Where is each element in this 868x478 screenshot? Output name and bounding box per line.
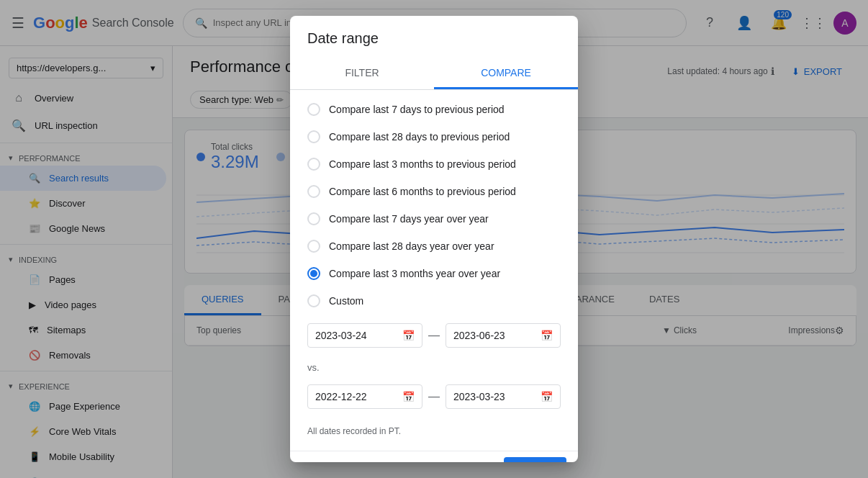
calendar-icon: 📅 xyxy=(402,330,415,341)
option-last6mprev-label: Compare last 6 months to previous period xyxy=(329,186,516,197)
end-date-field[interactable]: 2023-06-23 📅 xyxy=(446,323,561,348)
radio-last28yoy xyxy=(307,240,320,253)
radio-last7prev xyxy=(307,103,320,116)
option-last28prev[interactable]: Compare last 28 days to previous period xyxy=(290,123,578,150)
vs-end-date-field[interactable]: 2023-03-23 📅 xyxy=(446,384,561,409)
modal-tabs: FILTER COMPARE xyxy=(290,58,578,90)
date-separator: — xyxy=(428,329,440,342)
vs-date-row: 2022-12-22 📅 — 2023-03-23 📅 xyxy=(307,384,561,409)
vs-label: vs. xyxy=(290,359,578,376)
option-last6mprev[interactable]: Compare last 6 months to previous period xyxy=(290,178,578,205)
date-range-vs: 2022-12-22 📅 — 2023-03-23 📅 xyxy=(290,376,578,420)
option-last3mprev[interactable]: Compare last 3 months to previous period xyxy=(290,150,578,178)
radio-last28prev xyxy=(307,130,320,143)
modal-title: Date range xyxy=(290,16,578,58)
date-separator-vs: — xyxy=(428,390,440,403)
cancel-button[interactable]: CANCEL xyxy=(427,457,499,462)
modal-tab-compare[interactable]: COMPARE xyxy=(434,58,578,89)
option-last3mprev-label: Compare last 3 months to previous period xyxy=(329,158,516,170)
option-last3myoy[interactable]: Compare last 3 months year over year xyxy=(290,260,578,287)
radio-last3myoy xyxy=(307,267,320,280)
vs-end-date-value: 2023-03-23 xyxy=(453,391,505,402)
option-custom[interactable]: Custom xyxy=(290,287,578,315)
date-range-primary: 2023-03-24 📅 — 2023-06-23 📅 xyxy=(290,315,578,359)
option-last7prev-label: Compare last 7 days to previous period xyxy=(329,104,505,115)
modal-overlay: Date range FILTER COMPARE Compare last 7… xyxy=(0,0,868,478)
modal-body: Compare last 7 days to previous period C… xyxy=(290,90,578,451)
dates-note: All dates recorded in PT. xyxy=(290,420,578,445)
option-last7yoy-label: Compare last 7 days year over year xyxy=(329,213,489,225)
radio-custom xyxy=(307,294,320,307)
option-last28yoy-label: Compare last 28 days year over year xyxy=(329,240,494,252)
option-last28yoy[interactable]: Compare last 28 days year over year xyxy=(290,233,578,260)
modal-actions: CANCEL APPLY xyxy=(290,451,578,462)
option-last7yoy[interactable]: Compare last 7 days year over year xyxy=(290,205,578,233)
calendar-icon-4: 📅 xyxy=(541,391,553,402)
modal-tab-filter[interactable]: FILTER xyxy=(290,58,434,89)
option-last7prev[interactable]: Compare last 7 days to previous period xyxy=(290,96,578,123)
primary-date-row: 2023-03-24 📅 — 2023-06-23 📅 xyxy=(307,323,561,348)
vs-start-date-field[interactable]: 2022-12-22 📅 xyxy=(307,384,422,409)
calendar-icon-3: 📅 xyxy=(402,391,415,402)
start-date-value: 2023-03-24 xyxy=(315,330,367,341)
radio-last3mprev xyxy=(307,158,320,171)
option-last28prev-label: Compare last 28 days to previous period xyxy=(329,131,510,143)
radio-last6mprev xyxy=(307,185,320,198)
calendar-icon-2: 📅 xyxy=(541,330,553,341)
end-date-value: 2023-06-23 xyxy=(453,330,505,341)
option-custom-label: Custom xyxy=(329,295,363,307)
apply-button[interactable]: APPLY xyxy=(504,457,566,462)
vs-start-date-value: 2022-12-22 xyxy=(315,391,367,402)
option-last3myoy-label: Compare last 3 months year over year xyxy=(329,268,500,279)
date-range-modal: Date range FILTER COMPARE Compare last 7… xyxy=(290,16,578,462)
radio-last7yoy xyxy=(307,212,320,225)
start-date-field[interactable]: 2023-03-24 📅 xyxy=(307,323,422,348)
